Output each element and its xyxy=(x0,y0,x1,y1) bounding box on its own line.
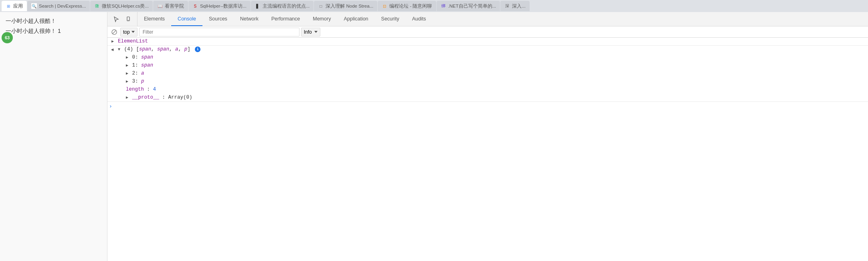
tab-net-label: .NET自己写个简单的... xyxy=(448,3,496,9)
tab-academy-label: 看害学院 xyxy=(165,3,184,9)
devtools-panel: Elements Console Sources Network Perform… xyxy=(107,12,868,261)
elem-list-label: ElemenList xyxy=(118,38,148,44)
webpage-line1: 一小时小超人很酷！ xyxy=(6,16,101,26)
svg-line-3 xyxy=(113,30,116,34)
length-content: length : 4 xyxy=(118,86,868,93)
webpage-line2: 一小时小超人很帅！ 1 xyxy=(6,26,101,36)
tab-application[interactable]: Application xyxy=(337,12,374,26)
top-label: top xyxy=(123,29,130,35)
item-0-gutter xyxy=(107,54,118,55)
tab-academy[interactable]: 📖 看害学院 xyxy=(153,1,188,11)
devexpress-icon: 🔍 xyxy=(31,3,37,9)
array-item-0: ▶ 0: span xyxy=(107,54,868,62)
item-2-content: ▶ 2: a xyxy=(118,70,868,77)
array-tag-span: span xyxy=(139,47,151,52)
filter-input[interactable] xyxy=(139,28,299,36)
tab-memory[interactable]: Memory xyxy=(306,12,337,26)
circle-badge: 63 xyxy=(2,32,13,43)
tab-network[interactable]: Network xyxy=(234,12,265,26)
webpage-area: 一小时小超人很酷！ 一小时小超人很帅！ 1 63 xyxy=(0,12,107,261)
level-label: Info xyxy=(304,29,312,35)
elem-list-line: ▶ ElemenList xyxy=(107,38,868,46)
svg-rect-1 xyxy=(128,20,129,20)
tab-security[interactable]: Security xyxy=(375,12,406,26)
item-2-index: 2: xyxy=(132,71,142,76)
array-left-arrow-icon: ◀ xyxy=(111,47,114,52)
item-2-tag: a xyxy=(141,71,144,76)
array-left-arrow: ◀ xyxy=(107,46,118,52)
tab-blog-label: 编程论坛 - 随意闲聊 xyxy=(389,3,432,9)
tab-wechat[interactable]: 微 微软SQLHelper.cs类... xyxy=(90,1,153,11)
tab-apps-label: 应用 xyxy=(13,3,23,9)
level-dropdown-arrow xyxy=(314,31,318,33)
item-1-expand[interactable]: ▶ xyxy=(126,63,128,68)
apps-icon: ⊞ xyxy=(6,3,11,9)
tab-devexpress[interactable]: 🔍 Search | DevExpress... xyxy=(27,1,90,11)
block-icon-btn[interactable] xyxy=(110,28,119,36)
item-0-index: 0: xyxy=(132,55,142,60)
length-value: 4 xyxy=(153,87,156,92)
tab-sqlhelper[interactable]: S SqlHelper--数据库访... xyxy=(188,1,251,11)
elem-expand-gutter: ▶ xyxy=(107,38,118,44)
proto-content: ▶ __proto__ : Array(0) xyxy=(118,94,868,101)
tab-performance[interactable]: Performance xyxy=(265,12,307,26)
array-main-line: ◀ ▼ (4) [span, span, a, p] i xyxy=(107,46,868,54)
proto-expand[interactable]: ▶ xyxy=(126,95,128,100)
elem-list-content: ElemenList xyxy=(118,38,868,45)
array-item-2: ▶ 2: a xyxy=(107,70,868,78)
tab-node-label: 深入理解 Node Strea... xyxy=(326,3,373,9)
elem-expand-arrow[interactable]: ▶ xyxy=(111,39,114,44)
item-0-expand[interactable]: ▶ xyxy=(126,55,128,60)
item-0-tag: span xyxy=(141,55,153,60)
array-expand-arrow[interactable]: ▼ xyxy=(118,47,120,52)
item-3-content: ▶ 3: p xyxy=(118,78,868,85)
tab-sqlhelper-label: SqlHelper--数据库访... xyxy=(200,3,247,9)
tab-devexpress-label: Search | DevExpress... xyxy=(39,4,86,8)
top-dropdown-arrow xyxy=(132,31,135,33)
prompt-arrow: › xyxy=(109,103,117,109)
browser-tab-bar: ⊞ 应用 🔍 Search | DevExpress... 微 微软SQLHel… xyxy=(0,0,868,12)
wechat-icon: 微 xyxy=(94,3,100,9)
proto-line: ▶ __proto__ : Array(0) xyxy=(107,94,868,102)
proto-gutter xyxy=(107,94,118,95)
block-icon xyxy=(111,29,117,35)
item-2-expand[interactable]: ▶ xyxy=(126,71,128,76)
tab-elements[interactable]: Elements xyxy=(138,12,171,26)
tab-blog[interactable]: ⊡ 编程论坛 - 随意闲聊 xyxy=(378,1,436,11)
tab-console[interactable]: Console xyxy=(171,12,202,26)
tab-sources[interactable]: Sources xyxy=(202,12,234,26)
item-3-index: 3: xyxy=(132,79,142,84)
tab-audits[interactable]: Audits xyxy=(406,12,433,26)
level-selector[interactable]: Info xyxy=(301,28,320,36)
item-1-content: ▶ 1: span xyxy=(118,62,868,69)
array-main-content: ▼ (4) [span, span, a, p] i xyxy=(118,46,868,53)
console-output[interactable]: ▶ ElemenList ◀ ▼ (4) [span, span, a, p] … xyxy=(107,38,868,261)
proto-key: __proto__ xyxy=(132,95,160,100)
item-0-content: ▶ 0: span xyxy=(118,54,868,61)
info-icon[interactable]: i xyxy=(195,47,200,52)
tab-net[interactable]: 绑 .NET自己写个简单的... xyxy=(437,1,500,11)
array-item-1: ▶ 1: span xyxy=(107,62,868,70)
item-1-index: 1: xyxy=(132,63,142,68)
devtools-toolbar: Elements Console Sources Network Perform… xyxy=(107,12,868,26)
tab-more[interactable]: 深 深入... xyxy=(500,1,530,11)
device-icon-btn[interactable] xyxy=(123,14,134,25)
tab-wechat-label: 微软SQLHelper.cs类... xyxy=(102,3,149,9)
tab-node[interactable]: □ 深入理解 Node Strea... xyxy=(314,1,377,11)
webpage-text: 一小时小超人很酷！ 一小时小超人很帅！ 1 xyxy=(6,16,101,36)
item-1-tag: span xyxy=(141,63,153,68)
cursor-icon xyxy=(113,16,119,22)
proto-value: Array(0) xyxy=(168,95,192,100)
console-prompt-line[interactable]: › xyxy=(107,102,868,111)
prompt-cursor[interactable] xyxy=(119,103,121,109)
tab-main[interactable]: ▋ 主流编程语言的优点... xyxy=(251,1,314,11)
item-3-expand[interactable]: ▶ xyxy=(126,79,128,84)
sqlhelper-icon: S xyxy=(192,3,198,9)
top-selector[interactable]: top xyxy=(120,28,138,36)
more-icon: 深 xyxy=(504,3,510,9)
item-1-gutter xyxy=(107,62,118,63)
length-line: length : 4 xyxy=(107,86,868,94)
tab-apps[interactable]: ⊞ 应用 xyxy=(2,1,27,11)
cursor-icon-btn[interactable] xyxy=(111,14,122,25)
length-gutter xyxy=(107,86,118,87)
